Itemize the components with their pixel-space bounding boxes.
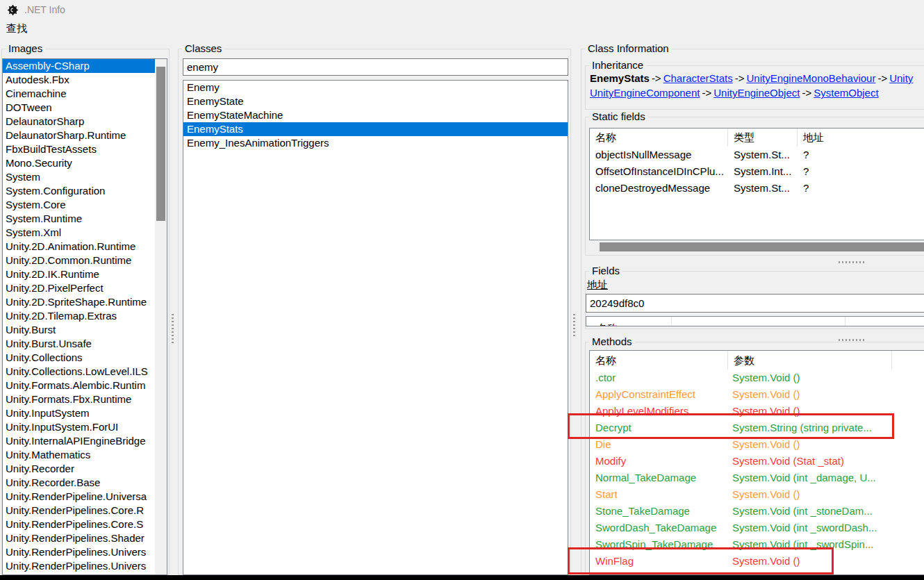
classes-list[interactable]: Enemy EnemyState EnemyStateMachine Enemy…	[183, 80, 568, 575]
images-list-item[interactable]: Unity.InternalAPIEngineBridge	[3, 434, 155, 448]
static-field-address: ?	[798, 147, 809, 163]
class-info-groupbox-label: Class Information	[585, 42, 672, 55]
static-field-row[interactable]: OffsetOfInstanceIDInCPlu... System.Int..…	[590, 163, 924, 180]
images-list-item[interactable]: Unity.InputSystem	[3, 406, 155, 420]
images-list-item[interactable]: System	[3, 170, 155, 184]
images-list-item[interactable]: Unity.RenderPipeline.Universa	[3, 490, 155, 504]
classes-list-item[interactable]: EnemyStats	[183, 122, 568, 136]
method-row[interactable]: ApplyConstraintEffect System.Void ()	[590, 386, 924, 403]
methods-groupbox-label: Methods	[589, 335, 635, 348]
fields-table-separator	[671, 317, 672, 326]
static-fields-rows: objectIsNullMessage System.St... ? Offse…	[590, 147, 924, 197]
static-fields-col-address[interactable]: 地址	[798, 129, 924, 147]
fields-table-partial-header: 名称	[597, 322, 618, 326]
methods-table: 名称 参数 .ctor System.Void () ApplyConstrai…	[589, 350, 924, 575]
static-field-address: ?	[798, 180, 809, 197]
methods-col-params[interactable]: 参数	[728, 351, 892, 370]
images-list-scrollbar[interactable]	[155, 59, 167, 574]
method-row[interactable]: Modify System.Void (Stat _stat)	[590, 453, 924, 470]
classes-list-item[interactable]: EnemyStateMachine	[183, 108, 568, 122]
images-list-item[interactable]: Unity.Burst	[3, 323, 155, 337]
images-list-item[interactable]: Unity.2D.Common.Runtime	[3, 254, 155, 267]
images-groupbox-label: Images	[6, 42, 45, 55]
method-params: System.Void (int _damage, U...	[728, 470, 924, 486]
images-list-item[interactable]: System.Runtime	[3, 212, 155, 226]
images-list-item[interactable]: System.Configuration	[3, 184, 155, 198]
inheritance-segment[interactable]: SystemObject	[814, 87, 878, 99]
images-classes-splitter[interactable]	[172, 314, 174, 345]
inheritance-segment[interactable]: Unity	[889, 72, 913, 84]
method-row[interactable]: .ctor System.Void ()	[590, 370, 924, 386]
inheritance-segment: ->	[702, 87, 711, 99]
class-filter-input[interactable]	[183, 58, 568, 76]
method-name: Stone_TakeDamage	[590, 503, 728, 520]
inheritance-segment[interactable]: UnityEngineObject	[713, 87, 800, 99]
images-list-item[interactable]: Unity.RenderPipelines.Core.S	[3, 517, 155, 531]
images-list-item[interactable]: Unity.RenderPipelines.Core.R	[3, 504, 155, 517]
images-list-item[interactable]: Mono.Security	[3, 156, 155, 170]
static-fields-hscrollbar[interactable]	[590, 242, 924, 252]
classes-info-splitter[interactable]	[573, 314, 575, 336]
static-field-row[interactable]: objectIsNullMessage System.St... ?	[590, 147, 924, 163]
static-fields-col-type[interactable]: 类型	[728, 129, 798, 147]
methods-table-header: 名称 参数	[590, 351, 924, 370]
images-list-item[interactable]: Autodesk.Fbx	[3, 73, 155, 87]
static-field-address: ?	[798, 163, 809, 180]
images-list-item[interactable]: Unity.RenderPipelines.Shader	[3, 531, 155, 545]
images-list-item[interactable]: Unity.2D.SpriteShape.Runtime	[3, 295, 155, 309]
inheritance-segment: EnemyStats	[590, 72, 650, 84]
methods-col-name[interactable]: 名称	[590, 351, 728, 370]
menu-item-find[interactable]: 查找	[0, 19, 33, 38]
images-list-item[interactable]: Unity.Recorder.Base	[3, 476, 155, 490]
images-list-item[interactable]: Unity.Burst.Unsafe	[3, 337, 155, 351]
images-list-item[interactable]: Unity.RenderPipelines.Univers	[3, 545, 155, 559]
static-fields-col-name[interactable]: 名称	[590, 129, 728, 147]
classes-list-item[interactable]: Enemy	[183, 81, 568, 94]
methods-rows: .ctor System.Void () ApplyConstraintEffe…	[590, 370, 924, 570]
menu-bar: 查找	[0, 19, 924, 39]
images-list-item[interactable]: Unity.InputSystem.ForUI	[3, 420, 155, 434]
fields-methods-splitter[interactable]	[839, 339, 865, 341]
images-list-item[interactable]: DelaunatorSharp	[3, 115, 155, 129]
images-list-item[interactable]: System.Xml	[3, 226, 155, 240]
images-list-item[interactable]: Unity.2D.Animation.Runtime	[3, 240, 155, 254]
images-list-item[interactable]: Unity.2D.IK.Runtime	[3, 267, 155, 281]
images-list-item[interactable]: System.Core	[3, 198, 155, 212]
method-row[interactable]: Stone_TakeDamage System.Void (int _stone…	[590, 503, 924, 520]
method-row[interactable]: Start System.Void ()	[590, 486, 924, 503]
images-list-item[interactable]: Assembly-CSharp	[3, 59, 155, 73]
images-scrollbar-thumb[interactable]	[156, 67, 165, 221]
inheritance-segment[interactable]: CharacterStats	[663, 72, 733, 84]
fields-groupbox-label: Fields	[589, 265, 622, 277]
inheritance-segment[interactable]: UnityEngineComponent	[590, 87, 700, 99]
static-fields-hscrollbar-thumb[interactable]	[600, 242, 924, 251]
window-title: .NET Info	[24, 4, 65, 15]
images-list[interactable]: Assembly-CSharp Autodesk.Fbx Cinemachine…	[2, 58, 167, 575]
images-list-item[interactable]: Unity.2D.Tilemap.Extras	[3, 309, 155, 323]
method-row[interactable]: SwordDash_TakeDamage System.Void (int _s…	[590, 520, 924, 536]
static-field-row[interactable]: cloneDestroyedMessage System.St... ?	[590, 180, 924, 197]
annotation-rect-decrypt	[568, 413, 894, 439]
inheritance-segment[interactable]: UnityEngineMonoBehaviour	[746, 72, 875, 84]
images-list-item[interactable]: Unity.Formats.Fbx.Runtime	[3, 392, 155, 406]
fields-address-input[interactable]	[586, 294, 924, 313]
inheritance-groupbox-label: Inheritance	[589, 59, 646, 72]
images-list-item[interactable]: Unity.Collections	[3, 351, 155, 365]
static-fields-table: 名称 类型 地址 objectIsNullMessage System.St..…	[589, 128, 924, 240]
images-list-item[interactable]: Cinemachine	[3, 87, 155, 101]
staticfields-fields-splitter[interactable]	[839, 261, 865, 263]
images-list-item[interactable]: Unity.Collections.LowLevel.ILS	[3, 365, 155, 379]
classes-list-item[interactable]: EnemyState	[183, 94, 568, 108]
images-list-item[interactable]: DOTween	[3, 101, 155, 115]
images-list-item[interactable]: Unity.2D.PixelPerfect	[3, 281, 155, 295]
method-row[interactable]: Normal_TakeDamage System.Void (int _dama…	[590, 470, 924, 486]
images-list-item[interactable]: Unity.RenderPipelines.Univers	[3, 559, 155, 573]
images-list-item[interactable]: FbxBuildTestAssets	[3, 142, 155, 156]
images-list-item[interactable]: Unity.Recorder	[3, 462, 155, 476]
images-list-item[interactable]: Unity.Mathematics	[3, 448, 155, 462]
images-list-item[interactable]: Unity.Formats.Alembic.Runtim	[3, 379, 155, 392]
classes-list-item[interactable]: Enemy_InesAnimationTriggers	[183, 136, 568, 150]
images-list-item[interactable]: DelaunatorSharp.Runtime	[3, 129, 155, 142]
fields-address-label: 地址	[587, 279, 608, 292]
bottom-black-strip	[0, 575, 924, 580]
